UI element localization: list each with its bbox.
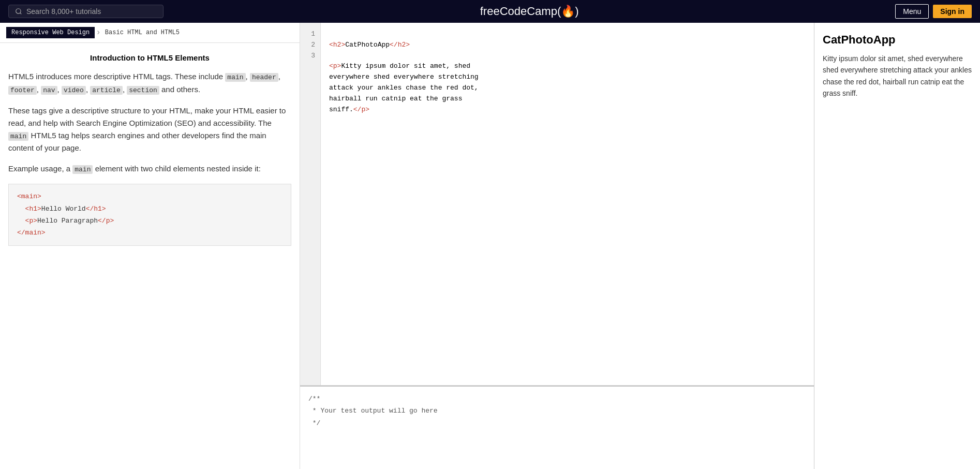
editor-h2-text: CatPhotoApp (345, 41, 390, 49)
code-h1-text: Hello World (41, 205, 86, 213)
editor-p-text: Kitty ipsum dolor sit amet, shed everywh… (329, 62, 479, 113)
code-open-main: <main> (17, 193, 41, 200)
tag-main: main (225, 73, 245, 82)
code-close-h1: </h1> (86, 205, 106, 213)
tag-article: article (90, 86, 123, 95)
left-panel: Responsive Web Design › Basic HTML and H… (0, 23, 300, 469)
code-close-p: </p> (98, 217, 114, 225)
main-layout: Responsive Web Design › Basic HTML and H… (0, 23, 980, 469)
line-num-1: 1 (305, 29, 315, 40)
search-icon (15, 8, 22, 15)
lesson-para-2: These tags give a descriptive structure … (8, 105, 291, 155)
preview-text: Kitty ipsum dolor sit amet, shed everywh… (823, 53, 972, 99)
tag-header: header (250, 73, 278, 82)
lesson-title: Introduction to HTML5 Elements (8, 53, 291, 62)
tag-video: video (62, 86, 86, 95)
tag-nav: nav (41, 86, 57, 95)
middle-panel: 1 2 3 <h2>CatPhotoApp</h2> <p>Kitty ipsu… (300, 23, 814, 469)
breadcrumb-item-2[interactable]: Basic HTML and HTML5 (102, 27, 183, 38)
editor-h2-close: </h2> (390, 41, 410, 49)
code-open-p: <p> (25, 217, 37, 225)
editor-code[interactable]: <h2>CatPhotoApp</h2> <p>Kitty ipsum dolo… (321, 23, 814, 385)
brand-title: freeCodeCamp(🔥) (480, 5, 579, 18)
editor-h2-open: <h2> (329, 41, 345, 49)
nav-right: Menu Sign in (895, 4, 972, 19)
editor-p-open: <p> (329, 62, 341, 70)
preview-title: CatPhotoApp (823, 33, 972, 47)
editor-p-close: </p> (353, 106, 369, 113)
line-num-3: 3 (305, 51, 315, 62)
tag-main-2: main (8, 132, 28, 141)
flame-icon: 🔥 (561, 5, 575, 18)
menu-button[interactable]: Menu (895, 4, 929, 19)
tag-footer: footer (8, 86, 37, 95)
test-output-text: /** * Your test output will go here */ (308, 395, 438, 427)
tag-section: section (127, 86, 159, 95)
line-numbers: 1 2 3 (300, 23, 321, 385)
search-placeholder: Search 8,000+ tutorials (26, 7, 101, 16)
line-num-2: 2 (305, 40, 315, 51)
lesson-para-1: HTML5 introduces more descriptive HTML t… (8, 70, 291, 96)
lesson-content: Introduction to HTML5 Elements HTML5 int… (0, 43, 300, 469)
svg-line-1 (20, 13, 22, 14)
code-open-h1: <h1> (25, 205, 41, 213)
breadcrumb-item-1[interactable]: Responsive Web Design (6, 27, 95, 38)
test-output: /** * Your test output will go here */ (300, 386, 814, 469)
svg-point-0 (16, 9, 21, 13)
top-nav: Search 8,000+ tutorials freeCodeCamp(🔥) … (0, 0, 980, 23)
editor-area[interactable]: 1 2 3 <h2>CatPhotoApp</h2> <p>Kitty ipsu… (300, 23, 814, 386)
tag-main-3: main (72, 165, 93, 174)
breadcrumb: Responsive Web Design › Basic HTML and H… (0, 23, 300, 43)
right-panel: CatPhotoApp Kitty ipsum dolor sit amet, … (814, 23, 980, 469)
signin-button[interactable]: Sign in (933, 5, 972, 18)
search-bar[interactable]: Search 8,000+ tutorials (8, 5, 164, 18)
code-example: <main> <h1>Hello World</h1> <p>Hello Par… (8, 184, 291, 246)
code-p-text: Hello Paragraph (37, 217, 98, 225)
breadcrumb-separator: › (96, 28, 101, 37)
code-close-main: </main> (17, 229, 46, 237)
lesson-para-3: Example usage, a main element with two c… (8, 163, 291, 175)
